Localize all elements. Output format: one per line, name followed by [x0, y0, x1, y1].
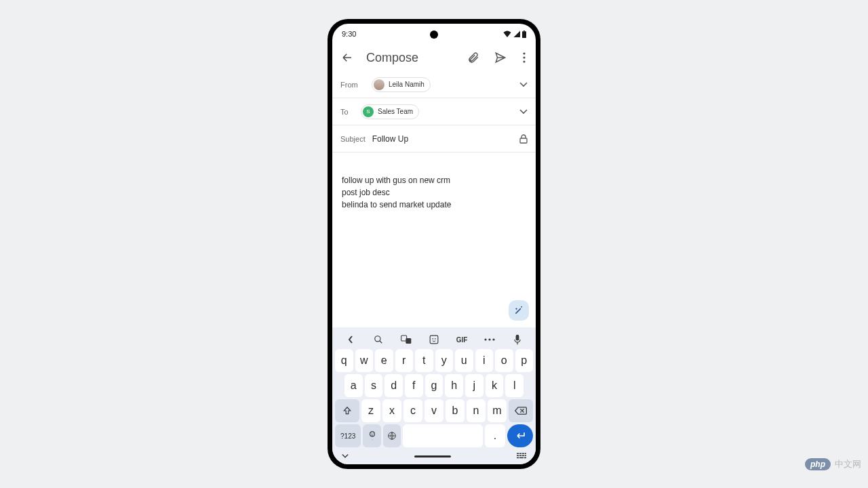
key-v[interactable]: v: [425, 399, 443, 422]
smart-compose-button[interactable]: [509, 300, 529, 321]
watermark: php 中文网: [805, 458, 861, 470]
chevron-down-icon: [519, 109, 528, 115]
key-o[interactable]: o: [495, 349, 513, 372]
key-w[interactable]: w: [355, 349, 374, 372]
period-key[interactable]: .: [485, 424, 505, 447]
svg-rect-24: [525, 453, 526, 454]
key-b[interactable]: b: [446, 399, 465, 422]
svg-rect-8: [406, 338, 411, 344]
kb-row-2: asdfghjkl: [335, 374, 533, 397]
send-button[interactable]: [492, 49, 509, 66]
watermark-text: 中文网: [835, 458, 861, 470]
kb-gif[interactable]: GIF: [452, 331, 471, 348]
emoji-key[interactable]: ,: [363, 424, 381, 447]
key-s[interactable]: s: [365, 374, 383, 397]
svg-point-12: [485, 338, 487, 340]
back-button[interactable]: [339, 49, 355, 66]
kb-more[interactable]: [480, 331, 499, 348]
svg-rect-23: [522, 453, 524, 454]
key-g[interactable]: g: [425, 374, 443, 397]
subject-row[interactable]: Subject Follow Up: [332, 125, 536, 152]
key-j[interactable]: j: [465, 374, 484, 397]
svg-rect-27: [522, 455, 524, 456]
language-key[interactable]: [383, 424, 401, 447]
kb-row-4: ?123 , .: [335, 424, 533, 447]
svg-point-2: [523, 52, 525, 54]
keyboard-grid-icon[interactable]: [517, 453, 526, 460]
svg-point-16: [370, 432, 374, 436]
from-avatar: [374, 79, 384, 90]
encryption-indicator[interactable]: [519, 134, 528, 144]
php-badge: php: [805, 458, 831, 470]
svg-point-11: [435, 338, 436, 340]
keyboard-toolbar: GIF: [335, 330, 533, 349]
kb-sticker[interactable]: [425, 331, 443, 348]
send-icon: [494, 52, 507, 64]
key-k[interactable]: k: [486, 374, 504, 397]
subject-label: Subject: [340, 135, 366, 143]
enter-key[interactable]: [507, 424, 533, 447]
kb-translate[interactable]: [397, 331, 416, 348]
key-x[interactable]: x: [382, 399, 401, 422]
key-d[interactable]: d: [384, 374, 403, 397]
svg-point-18: [372, 433, 373, 434]
kb-collapse-icon[interactable]: [342, 453, 349, 459]
emoji-icon: ,: [368, 431, 376, 441]
from-chip[interactable]: Leila Namih: [372, 77, 431, 92]
kb-row-1: qwertyuiop: [335, 349, 533, 372]
key-z[interactable]: z: [361, 399, 380, 422]
key-l[interactable]: l: [505, 374, 524, 397]
shift-icon: [342, 406, 352, 415]
backspace-key[interactable]: [509, 399, 533, 422]
svg-rect-15: [516, 335, 519, 341]
mic-icon: [514, 334, 521, 345]
key-q[interactable]: q: [335, 349, 353, 372]
to-expand[interactable]: [519, 109, 528, 115]
front-camera: [430, 30, 438, 39]
key-e[interactable]: e: [375, 349, 393, 372]
to-chip[interactable]: S Sales Team: [361, 104, 419, 119]
space-key[interactable]: [403, 424, 483, 447]
shift-key[interactable]: [335, 399, 359, 422]
key-f[interactable]: f: [405, 374, 423, 397]
phone-screen: 9:30 Compose From: [332, 24, 536, 464]
kb-search[interactable]: [369, 331, 388, 348]
svg-rect-22: [519, 453, 521, 454]
kb-back[interactable]: [341, 331, 360, 348]
battery-icon: [522, 30, 526, 38]
key-n[interactable]: n: [467, 399, 486, 422]
from-expand[interactable]: [519, 82, 528, 87]
backspace-icon: [515, 407, 527, 415]
key-t[interactable]: t: [415, 349, 433, 372]
key-u[interactable]: u: [455, 349, 473, 372]
more-vert-icon: [523, 52, 526, 63]
keyboard: GIF qwertyuiop asdfghjkl zxcvbnm ?123 , …: [332, 327, 536, 464]
email-body[interactable]: follow up with gus on new crm post job d…: [332, 152, 536, 327]
key-r[interactable]: r: [395, 349, 414, 372]
key-p[interactable]: p: [515, 349, 534, 372]
from-row[interactable]: From Leila Namih: [332, 71, 536, 98]
key-h[interactable]: h: [445, 374, 463, 397]
key-m[interactable]: m: [488, 399, 507, 422]
key-c[interactable]: c: [403, 399, 422, 422]
search-icon: [374, 335, 383, 344]
svg-point-6: [374, 336, 380, 342]
svg-text:,: ,: [372, 437, 372, 441]
more-button[interactable]: [519, 49, 529, 66]
to-name: Sales Team: [378, 108, 413, 115]
subject-value: Follow Up: [372, 134, 408, 144]
key-a[interactable]: a: [344, 374, 363, 397]
dots-icon: [484, 338, 495, 341]
svg-point-13: [489, 338, 491, 340]
to-row[interactable]: To S Sales Team: [332, 98, 536, 125]
status-time: 9:30: [342, 30, 356, 38]
attach-button[interactable]: [465, 49, 481, 66]
svg-rect-29: [517, 458, 519, 459]
svg-point-14: [493, 338, 495, 340]
nav-pill[interactable]: [414, 455, 451, 458]
key-i[interactable]: i: [475, 349, 494, 372]
arrow-left-icon: [341, 52, 353, 64]
key-y[interactable]: y: [435, 349, 454, 372]
kb-mic[interactable]: [508, 331, 527, 348]
symbols-key[interactable]: ?123: [335, 424, 361, 447]
